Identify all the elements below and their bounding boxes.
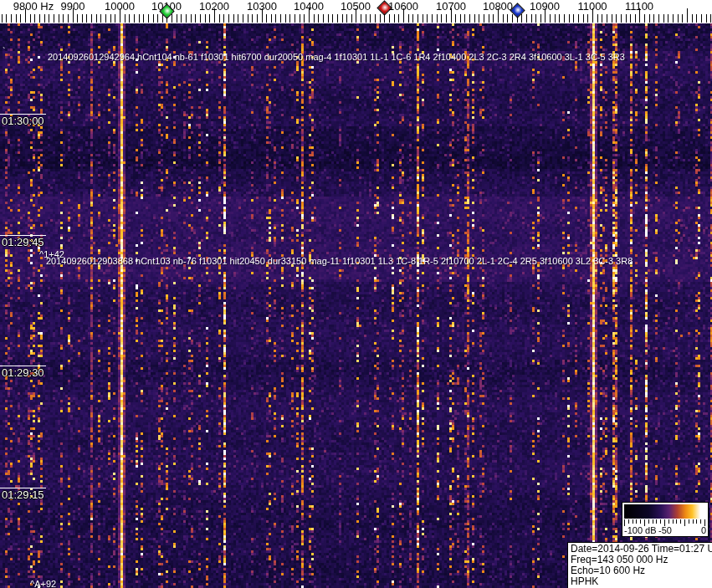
freq-minor-tick — [285, 14, 286, 23]
db-scale-tick — [689, 519, 689, 524]
freq-minor-tick — [446, 14, 447, 23]
freq-minor-tick — [564, 14, 565, 23]
freq-minor-tick — [271, 14, 272, 23]
freq-minor-tick — [361, 14, 361, 23]
freq-minor-tick — [332, 14, 333, 23]
freq-minor-tick — [44, 14, 45, 23]
freq-minor-tick — [39, 14, 40, 23]
freq-minor-tick — [417, 14, 418, 23]
freq-minor-tick — [366, 14, 366, 23]
freq-minor-tick — [512, 14, 513, 23]
freq-minor-tick — [219, 14, 220, 23]
freq-minor-tick — [583, 14, 584, 23]
freq-minor-tick — [6, 14, 7, 23]
freq-minor-tick — [11, 14, 12, 23]
freq-minor-tick — [559, 14, 560, 23]
freq-minor-tick — [521, 14, 522, 23]
freq-minor-tick — [86, 14, 87, 23]
freq-minor-tick — [177, 14, 177, 23]
db-scale-tick — [636, 519, 637, 524]
db-scale-tick — [656, 519, 657, 524]
freq-minor-tick — [569, 14, 570, 23]
freq-minor-tick — [398, 14, 399, 23]
freq-minor-tick — [432, 14, 433, 23]
freq-minor-tick — [16, 14, 17, 23]
freq-minor-tick — [555, 14, 556, 23]
freq-minor-tick — [602, 14, 602, 23]
freq-tick-label: 10300 — [247, 0, 277, 13]
freq-minor-tick — [423, 14, 423, 23]
db-scale-tick — [673, 519, 674, 524]
freq-minor-tick — [578, 14, 579, 23]
freq-minor-tick — [673, 14, 674, 23]
spectrogram-canvas[interactable] — [0, 23, 712, 588]
db-scale-tick — [700, 519, 701, 524]
freq-minor-tick — [323, 14, 324, 23]
freq-minor-tick — [535, 14, 536, 23]
freq-minor-tick — [337, 14, 338, 23]
freq-minor-tick — [658, 14, 659, 23]
freq-minor-tick — [54, 14, 54, 23]
freq-minor-tick — [82, 14, 83, 23]
freq-minor-tick — [540, 14, 541, 23]
freq-minor-tick — [678, 14, 679, 23]
freq-minor-tick — [105, 14, 106, 23]
freq-minor-tick — [616, 14, 617, 23]
freq-minor-tick — [280, 14, 281, 23]
freq-minor-tick — [706, 14, 707, 23]
freq-minor-tick — [157, 14, 158, 23]
freq-tick-label: 10700 — [436, 0, 466, 13]
db-scale-tick — [676, 519, 677, 524]
freq-minor-tick — [49, 14, 49, 23]
freq-minor-tick — [612, 14, 612, 23]
freq-tick-label: 10900 — [530, 0, 560, 13]
freq-minor-tick — [195, 14, 196, 23]
freq-minor-tick — [696, 14, 697, 23]
freq-minor-tick — [503, 14, 504, 23]
freq-minor-tick — [573, 14, 574, 23]
freq-minor-tick — [275, 14, 276, 23]
freq-minor-tick — [91, 14, 92, 23]
freq-minor-tick — [460, 14, 461, 23]
freq-tick-label: 9800 Hz — [13, 0, 54, 13]
freq-minor-tick — [20, 14, 21, 23]
freq-minor-tick — [346, 14, 347, 23]
db-scale-tick — [633, 519, 633, 524]
freq-tick-label: 10000 — [105, 0, 135, 13]
freq-minor-tick — [2, 14, 3, 23]
freq-tick-label: 9900 — [61, 0, 85, 13]
freq-minor-tick — [375, 14, 376, 23]
freq-minor-tick — [134, 14, 135, 23]
freq-tick-label: 10600 — [388, 0, 418, 13]
freq-minor-tick — [318, 14, 319, 23]
db-scale-tick — [668, 519, 669, 524]
freq-minor-tick — [257, 14, 258, 23]
freq-minor-tick — [139, 14, 140, 23]
freq-minor-tick — [692, 14, 693, 23]
frequency-ruler: 9800 Hz990010000101001020010300104001050… — [0, 0, 712, 23]
freq-tick-label: 10800 — [483, 0, 513, 13]
freq-minor-tick — [597, 14, 598, 23]
freq-minor-tick — [493, 14, 494, 23]
spectrogram-app: 9800 Hz990010000101001020010300104001050… — [0, 0, 712, 588]
freq-minor-tick — [607, 14, 607, 23]
freq-minor-tick — [223, 14, 224, 23]
status-info-box: Date=2014-09-26 Time=01:27 UTC Freq=143 … — [567, 542, 712, 588]
freq-minor-tick — [172, 14, 172, 23]
db-scale-tick — [696, 519, 697, 524]
db-scale-tick — [640, 519, 641, 524]
freq-minor-tick — [635, 14, 636, 23]
db-scale-tick — [653, 519, 653, 524]
freq-minor-tick — [474, 14, 475, 23]
freq-minor-tick — [129, 14, 130, 23]
freq-minor-tick — [351, 14, 352, 23]
freq-minor-tick — [238, 14, 238, 23]
freq-minor-tick — [100, 14, 101, 23]
freq-minor-tick — [437, 14, 438, 23]
db-label-mid: -50 — [658, 525, 672, 535]
freq-minor-tick — [441, 14, 442, 23]
freq-minor-tick — [479, 14, 479, 23]
db-scale-tick — [693, 519, 694, 524]
db-scale-tick — [684, 519, 685, 526]
freq-minor-tick — [295, 14, 295, 23]
